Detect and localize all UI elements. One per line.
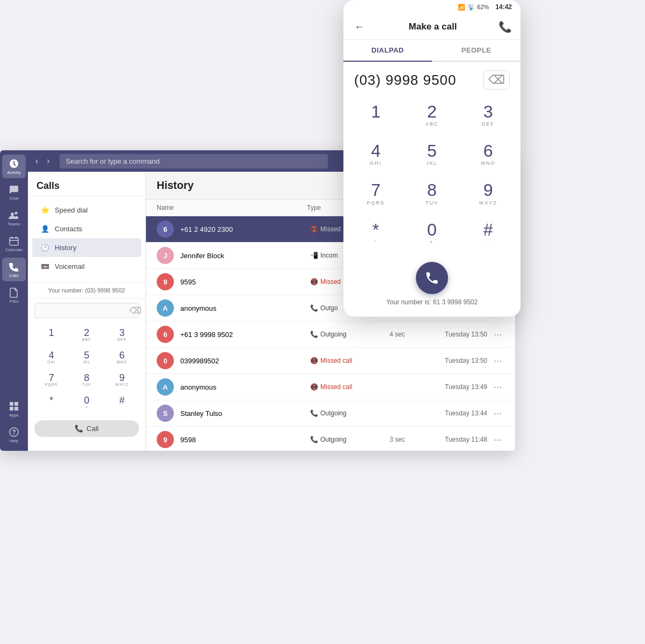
phone-key-3[interactable]: 3 DEF	[460, 96, 516, 135]
table-row[interactable]: 6 +61 3 9998 9502 📞 Outgoing 4 sec Tuesd…	[146, 321, 515, 348]
phone-key-9-num: 9	[483, 181, 493, 200]
phone-call-btn-icon	[424, 270, 439, 286]
dialpad-input[interactable]	[39, 306, 129, 314]
sidebar-item-calls[interactable]: Calls	[2, 258, 26, 281]
avatar: A	[157, 299, 174, 317]
topbar-nav-btns: ‹ ›	[32, 154, 53, 168]
phone-key-9[interactable]: 9 WXYZ	[460, 174, 516, 214]
incoming-icon: 📲	[310, 252, 318, 259]
call-time: Tuesday 11:48	[423, 436, 487, 443]
phone-title: Make a call	[367, 21, 499, 32]
sidebar-label-help: Help	[10, 438, 18, 443]
calls-title: Calls	[28, 172, 145, 196]
mini-key-0[interactable]: 0+	[70, 392, 104, 414]
search-bar[interactable]: Search for or type a command	[60, 154, 328, 169]
mini-key-9[interactable]: 9WXYZ	[105, 370, 139, 391]
mini-key-7[interactable]: 7PQRS	[34, 370, 69, 391]
menu-item-history[interactable]: 🕐 History	[32, 238, 141, 257]
call-type: Missed	[320, 278, 341, 286]
sidebar-item-apps[interactable]: Apps	[2, 397, 26, 421]
phone-key-6-num: 6	[483, 142, 493, 160]
mini-key-4[interactable]: 4GHI	[34, 347, 69, 369]
phone-key-6[interactable]: 6 MNO	[460, 135, 516, 174]
call-button[interactable]: 📞 Call	[34, 420, 139, 437]
row-menu-btn[interactable]: ···	[494, 382, 504, 392]
phone-key-hash[interactable]: # .	[460, 214, 516, 253]
row-menu-btn[interactable]: ···	[494, 330, 504, 339]
svg-rect-4	[14, 402, 18, 406]
row-menu-btn[interactable]: ···	[494, 408, 504, 418]
back-btn[interactable]: ‹	[32, 154, 41, 168]
sidebar-item-chat[interactable]: Chat	[2, 180, 26, 204]
calls-menu: ⭐ Speed dial 👤 Contacts 🕐 History 📼 Voic…	[28, 196, 145, 280]
mini-key-hash[interactable]: #	[105, 392, 139, 414]
status-time: 14:42	[495, 3, 512, 11]
call-btn-icon: 📞	[75, 425, 83, 433]
phone-key-3-letters: DEF	[482, 121, 495, 129]
mini-key-6[interactable]: 6MNO	[105, 347, 139, 369]
row-menu-btn[interactable]: ···	[494, 435, 504, 444]
forward-btn[interactable]: ›	[43, 154, 53, 168]
sidebar-item-help[interactable]: Help	[2, 423, 26, 447]
sidebar-item-files[interactable]: Files	[2, 283, 26, 307]
phone-key-star[interactable]: * '	[348, 214, 404, 253]
phone-key-star-num: *	[372, 221, 379, 239]
missed-call-icon: 📵	[310, 357, 318, 364]
phone-key-star-letters: '	[375, 239, 377, 247]
menu-item-voicemail[interactable]: 📼 Voicemail	[32, 257, 141, 276]
mini-dialpad: 1 2ABC 3DEF 4GHI 5JKL 6MNO 7PQRS 8TUV 9W…	[28, 323, 145, 416]
phone-backspace-btn[interactable]: ⌫	[483, 70, 510, 90]
phone-key-3-num: 3	[483, 103, 493, 121]
sidebar-label-calendar: Calendar	[5, 247, 23, 252]
tab-dialpad[interactable]: DIALPAD	[343, 40, 432, 62]
menu-item-speed-dial[interactable]: ⭐ Speed dial	[32, 201, 141, 219]
avatar: A	[157, 378, 174, 396]
call-type: Missed call	[320, 383, 352, 391]
phone-key-hash-letters: .	[487, 239, 489, 247]
table-row[interactable]: S Stanley Tulso 📞 Outgoing Tuesday 13:44…	[146, 400, 515, 427]
mini-key-3[interactable]: 3DEF	[105, 325, 139, 346]
phone-key-7[interactable]: 7 PQRS	[348, 174, 404, 214]
sidebar-item-activity[interactable]: Activity	[2, 155, 26, 178]
tab-people[interactable]: PEOPLE	[432, 40, 521, 61]
call-type: Incom	[320, 252, 338, 259]
call-duration: 4 sec	[390, 331, 416, 338]
wifi-icon: 📶	[458, 4, 465, 11]
phone-key-4[interactable]: 4 GHI	[348, 135, 404, 174]
backspace-mini-icon[interactable]: ⌫	[129, 305, 142, 316]
table-row[interactable]: A anonymous 📵 Missed call Tuesday 13:49 …	[146, 374, 515, 400]
call-type-col: 📞 Outgoing	[310, 409, 383, 417]
phone-key-1[interactable]: 1	[348, 96, 404, 135]
contact-name: 9598	[180, 436, 304, 444]
outgoing-icon: 📞	[310, 331, 318, 338]
table-row[interactable]: 9 9598 📞 Outgoing 3 sec Tuesday 11:48 ··…	[146, 427, 515, 451]
avatar: J	[157, 247, 174, 264]
avatar: 9	[157, 431, 174, 448]
call-type-col: 📞 Outgoing	[310, 436, 383, 443]
call-time: Tuesday 13:49	[423, 383, 487, 391]
col-header-name: Name	[157, 204, 307, 211]
mini-key-2[interactable]: 2ABC	[70, 325, 104, 346]
mini-key-1[interactable]: 1	[34, 325, 69, 346]
missed-call-icon: 📵	[310, 225, 318, 233]
phone-key-5[interactable]: 5 JKL	[404, 135, 460, 174]
phone-key-8[interactable]: 8 TUV	[404, 174, 460, 214]
phone-key-5-letters: JKL	[426, 160, 438, 168]
mini-key-star[interactable]: *	[34, 392, 69, 414]
sidebar-item-calendar[interactable]: Calendar	[2, 232, 26, 255]
table-row[interactable]: 0 0399989502 📵 Missed call Tuesday 13:50…	[146, 348, 515, 374]
menu-item-contacts[interactable]: 👤 Contacts	[32, 219, 141, 238]
phone-key-2[interactable]: 2 ABC	[404, 96, 460, 135]
phone-key-0[interactable]: 0 +	[404, 214, 460, 253]
mini-key-8[interactable]: 8TUV	[70, 370, 104, 391]
svg-rect-3	[10, 402, 13, 406]
mini-key-5[interactable]: 5JKL	[70, 347, 104, 369]
row-menu-btn[interactable]: ···	[494, 356, 504, 365]
your-number-label: Your number: (03) 9998 9502	[28, 282, 145, 298]
voicemail-icon: 📼	[41, 262, 49, 270]
phone-back-btn[interactable]: ←	[352, 18, 367, 35]
sidebar-item-teams[interactable]: Teams	[2, 206, 26, 230]
call-type-col: 📞 Outgoing	[310, 331, 383, 338]
phone-key-7-num: 7	[371, 181, 380, 200]
phone-call-btn[interactable]	[416, 262, 448, 294]
